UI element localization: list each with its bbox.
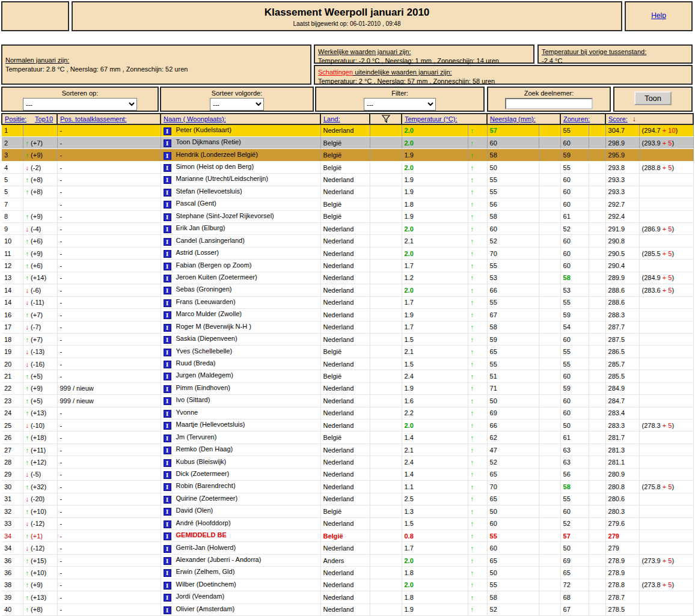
- participant-info-icon[interactable]: I: [164, 435, 171, 442]
- participant-info-icon[interactable]: I: [164, 250, 171, 258]
- participant-info-icon[interactable]: I: [164, 410, 171, 418]
- participant-info-icon[interactable]: I: [164, 324, 171, 332]
- sort-order-select[interactable]: ---: [210, 98, 264, 111]
- participant-info-icon[interactable]: I: [164, 594, 171, 602]
- position-cell: 22: [2, 382, 23, 394]
- sort-totaal-link[interactable]: Pos. totaalklassement:: [60, 115, 127, 123]
- land-cell: België: [320, 529, 370, 541]
- participant-info-icon[interactable]: I: [164, 263, 171, 270]
- rain-cell: 70: [487, 247, 539, 259]
- position-cell: 31: [2, 493, 23, 505]
- rain-cell: 55: [487, 296, 539, 308]
- sort-zonuren-link[interactable]: Zonuren:: [563, 115, 590, 123]
- participant-info-icon[interactable]: I: [164, 557, 171, 565]
- participant-info-icon[interactable]: I: [164, 238, 171, 246]
- rain-value: 55: [490, 299, 497, 306]
- sun-spacer-cell: [589, 161, 605, 173]
- bonus-cell: (275.8 + 5): [639, 481, 693, 493]
- participant-info-icon[interactable]: I: [164, 361, 171, 368]
- participant-name: GEMIDDELD BE: [176, 531, 227, 538]
- name-cell: IAstrid (Losser): [161, 247, 320, 259]
- participant-info-icon[interactable]: I: [164, 483, 171, 491]
- participant-info-icon[interactable]: I: [164, 176, 171, 184]
- participant-info-icon[interactable]: I: [164, 397, 171, 405]
- bonus-cell: ( + ): [639, 186, 693, 198]
- participant-info-icon[interactable]: I: [164, 152, 171, 160]
- participant-name: Jordi (Veendam): [176, 593, 225, 600]
- land-filter-spacer-cell: [370, 407, 402, 419]
- filter-funnel-icon[interactable]: [381, 115, 391, 123]
- top10-cell: ↑ (+7): [23, 136, 57, 148]
- participant-info-icon[interactable]: I: [164, 213, 171, 221]
- temperature-cell: 1.9: [402, 174, 468, 186]
- sun-spacer-cell: [589, 407, 605, 419]
- participant-info-icon[interactable]: I: [164, 275, 171, 282]
- sort-temperatuur-link[interactable]: Temperatuur (°C):: [405, 115, 458, 123]
- sun-cell: 50: [560, 419, 589, 432]
- sort-naam-link[interactable]: Naam ( Woonplaats):: [164, 115, 226, 123]
- bonus-cell: (284.9 + 5): [639, 272, 693, 284]
- participant-info-icon[interactable]: I: [164, 496, 171, 504]
- trend-cell: ↑: [468, 382, 487, 394]
- sort-top10-link[interactable]: Top10: [35, 115, 53, 123]
- search-input[interactable]: [505, 98, 593, 109]
- participant-info-icon[interactable]: I: [164, 139, 171, 147]
- participant-info-icon[interactable]: I: [164, 189, 171, 197]
- participant-country: Nederland: [323, 188, 354, 195]
- sun-cell: 67: [560, 603, 589, 615]
- sort-positie-link[interactable]: Positie:: [5, 115, 26, 123]
- sort-on-select[interactable]: ---: [23, 98, 137, 111]
- participant-country: Nederland: [323, 250, 354, 257]
- participant-info-icon[interactable]: I: [164, 373, 171, 380]
- rain-value: 50: [490, 164, 497, 171]
- participant-info-icon[interactable]: I: [164, 336, 171, 344]
- sun-hours-value: 55: [563, 127, 571, 134]
- participant-info-icon[interactable]: I: [164, 606, 171, 614]
- participant-info-icon[interactable]: I: [164, 422, 171, 430]
- participant-info-icon[interactable]: I: [164, 164, 171, 172]
- land-cell: Nederland: [320, 321, 370, 333]
- participant-info-icon[interactable]: I: [164, 545, 171, 553]
- participant-info-icon[interactable]: I: [164, 582, 171, 590]
- participant-info-icon[interactable]: I: [164, 508, 171, 516]
- participant-info-icon[interactable]: I: [164, 225, 171, 233]
- top10-delta: (+18): [31, 434, 46, 441]
- sun-cell: 55: [560, 358, 589, 370]
- participant-info-icon[interactable]: I: [164, 349, 171, 356]
- participant-info-icon[interactable]: I: [164, 532, 171, 540]
- participant-info-icon[interactable]: I: [164, 299, 171, 307]
- participant-info-icon[interactable]: I: [164, 447, 171, 454]
- temperature-cell: 1.8: [402, 591, 468, 603]
- show-cell: Toon: [613, 87, 693, 112]
- bonus-cell: (273.8 + 5): [639, 579, 693, 591]
- sort-neerslag-link[interactable]: Neerslag (mm):: [490, 115, 536, 123]
- participant-info-icon[interactable]: I: [164, 201, 171, 209]
- participant-info-icon[interactable]: I: [164, 459, 171, 467]
- sort-score-link[interactable]: Score:: [608, 115, 628, 123]
- score-value: 292.4: [608, 213, 625, 220]
- position-cell: 30: [2, 481, 23, 493]
- participant-info-icon[interactable]: I: [164, 471, 171, 479]
- rain-spacer-cell: [539, 223, 560, 235]
- participant-info-icon[interactable]: I: [164, 385, 171, 393]
- participant-info-icon[interactable]: I: [164, 127, 171, 135]
- top10-trend-icon: ↓: [26, 348, 29, 355]
- sort-on-label: Sorteren op:: [2, 90, 158, 97]
- participant-info-icon[interactable]: I: [164, 569, 171, 577]
- table-row: 38 ↑ (+9) - IWilber (Doetinchem) Nederla…: [2, 579, 693, 591]
- position-cell: 27: [2, 444, 23, 456]
- rain-spacer-cell: [539, 567, 560, 579]
- filter-select[interactable]: ---: [364, 98, 436, 111]
- trend-up-icon: ↑: [471, 274, 474, 281]
- total-rank-cell: -: [57, 591, 161, 603]
- help-link[interactable]: Help: [651, 11, 666, 20]
- show-button[interactable]: Toon: [634, 91, 672, 105]
- sun-spacer-cell: [589, 493, 605, 505]
- sun-cell: 60: [560, 333, 589, 345]
- land-filter-spacer-cell: [370, 321, 402, 333]
- sort-land-link[interactable]: Land:: [323, 115, 340, 123]
- participant-info-icon[interactable]: I: [164, 520, 171, 528]
- participant-info-icon[interactable]: I: [164, 287, 171, 294]
- sun-cell: 63: [560, 444, 589, 456]
- participant-info-icon[interactable]: I: [164, 311, 171, 319]
